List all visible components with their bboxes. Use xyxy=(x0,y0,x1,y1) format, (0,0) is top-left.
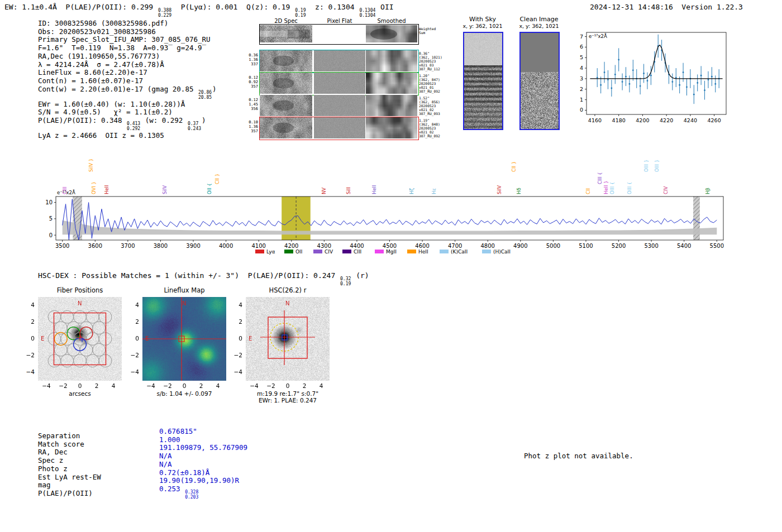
x-tick-label: 5100 xyxy=(579,243,593,249)
line-id-label: Hδ xyxy=(516,188,522,194)
2dspec-strip xyxy=(260,117,312,138)
line-id-label: Hε xyxy=(431,188,437,194)
2dspec-strip xyxy=(260,95,312,116)
line-fit-plot-svg: 41604180420042204240426001234567e⁻¹⁷x2Å xyxy=(570,21,746,136)
y-tick-label: 3 xyxy=(580,75,583,82)
text-segment: 0.253 xyxy=(159,485,184,493)
cutout-right-label: (362, 856) xyxy=(419,100,440,104)
cutout-left-label: 1.45 xyxy=(246,102,258,107)
match-table-values: 0.676815"1.000191.109879, 55.767909N/AN/… xyxy=(159,428,247,500)
text-segment: 0.72(±0.18)Å xyxy=(159,468,209,477)
y-tick-label: 2 xyxy=(580,86,583,92)
x-tick-label: 4200 xyxy=(284,243,298,249)
cutout-right-label: 1.19" xyxy=(419,118,440,122)
line-id-label: CII xyxy=(585,188,591,194)
info-line: Cont(w) = 2.20(±0.01)e-17 (gmag 20.85 20… xyxy=(38,85,217,100)
cutout-row-right-labels: 1.52"(362, 856)20200523v021_02307_RU_093 xyxy=(419,96,440,116)
data-point xyxy=(697,82,698,84)
cutout-row-right-labels: 1.20"(362, 847)20200523v021_01307_RU_092 xyxy=(419,74,440,93)
data-point xyxy=(650,75,652,76)
x-tick-label: 2 xyxy=(90,382,103,389)
text-segment: S/N = 4.9(±0.5) χ² = 1.1(±0.2) xyxy=(38,108,173,116)
line-fit-plot: 41604180420042204240426001234567e⁻¹⁷x2Å xyxy=(570,21,746,138)
text-segment: LyA z = 2.4666 OII z = 0.1305 xyxy=(38,131,164,140)
x-tick-label: −4 xyxy=(145,382,157,389)
elixer-report-page: EW: 1.1±0.4Å P(LAE)/P(OII): 0.299 0.3880… xyxy=(0,0,782,532)
data-point xyxy=(622,81,623,83)
hsc-cutout-caption2: EWr: 1. PLAE: 0.247 xyxy=(230,397,345,404)
text-segment: ID: 3008325986 (3008325986.pdf) xyxy=(38,19,168,27)
withsky-title: With Sky xyxy=(459,16,506,23)
x-tick-label: 4900 xyxy=(513,243,527,249)
cutout-right-label: 1.20" xyxy=(419,74,440,78)
cutout-left-label: 1.36 xyxy=(246,57,258,62)
weighted-pixelflat-empty xyxy=(314,25,365,42)
y-tick-label: 2 xyxy=(22,318,35,325)
withsky-image xyxy=(463,32,503,130)
cutout-right-label: (362, 1021) xyxy=(419,55,442,59)
line-id-label: SiII xyxy=(346,187,351,194)
match-table-labels: SeparationMatch scoreRA, DecSpec zPhoto … xyxy=(38,432,101,498)
x-tick-label: 3900 xyxy=(186,243,200,249)
cutout-row-right-labels: 0.36"(362, 1021)20200523v021_03307_RU_11… xyxy=(419,51,442,71)
cutout-left-label: 1.36 xyxy=(246,124,258,129)
y-tick-label: 5 xyxy=(580,54,583,60)
x-tick-label: 3600 xyxy=(88,243,102,249)
y-tick-label: 4 xyxy=(580,65,583,71)
line-id-label: OII { xyxy=(207,183,212,194)
cutout-right-label: v021_03 xyxy=(419,63,442,67)
cutout-left-label: 357 xyxy=(246,129,258,133)
y-tick-label: 0 xyxy=(580,107,583,113)
withsky-coords: x, y: 362, 1021 xyxy=(456,23,509,29)
data-point xyxy=(704,89,705,91)
cutout-left-label: 0.92 xyxy=(246,80,258,84)
x-tick-label: 4000 xyxy=(219,243,233,249)
line-id-label: OIII { xyxy=(627,182,632,194)
data-point xyxy=(625,76,627,78)
legend-label: Lyα xyxy=(266,249,275,255)
x-tick-label: 0 xyxy=(74,382,86,389)
full-spectrum-svg: 3500360037003800390040004100420043004400… xyxy=(34,150,748,261)
cutout-row-left-labels: 0.121.45356 xyxy=(246,98,258,111)
data-point xyxy=(679,84,680,86)
hsc-match-summary: HSC-DEX : Possible Matches = 1 (within +… xyxy=(38,271,369,287)
info-line: LineFlux = 8.60(±2.20)e-17 xyxy=(38,69,217,77)
x-tick-label: 4220 xyxy=(660,117,673,123)
cutout-right-label: v021_02 xyxy=(419,108,440,112)
cutout-right-label: 20200523 xyxy=(419,126,440,130)
match-label: Est LyA rest-EW xyxy=(38,473,101,482)
text-segment: HSC-DEX : Possible Matches = 1 (within +… xyxy=(38,271,340,280)
y-tick-label: −2 xyxy=(127,352,139,358)
y-tick-label: 2 xyxy=(230,318,242,325)
line-id-label: OIII } xyxy=(654,160,660,172)
data-point xyxy=(607,79,609,80)
full-spectrum-plot: 3500360037003800390040004100420043004400… xyxy=(34,150,748,263)
x-tick-label: −4 xyxy=(248,382,260,389)
data-point xyxy=(629,83,631,85)
cutout-right-label: 307_RU_092 xyxy=(419,89,440,93)
header-timestamp: 2024-12-31 14:48:16 Version 1.22.3 xyxy=(590,3,743,11)
cutout-left-label: 0.12 xyxy=(246,75,258,80)
x-tick-label: −2 xyxy=(57,382,69,389)
data-point xyxy=(714,83,716,85)
x-tick-label: 5200 xyxy=(612,243,626,249)
match-label: P(LAE)/P(OII) xyxy=(38,490,101,498)
text-segment: LineFlux = 8.60(±2.20)e-17 xyxy=(38,68,147,76)
stacked-uncertainty: 0.4130.292 xyxy=(127,122,140,132)
line-id-label: SiIV xyxy=(162,185,168,194)
line-id-label: HeII xyxy=(371,185,377,194)
text-segment: P(Lyα): 0.001 Q(z): 0.19 xyxy=(172,3,294,11)
weighted-sum-label: WeightedSum xyxy=(419,27,436,35)
y-tick-label: 4 xyxy=(22,301,35,308)
y-tick-label: 7 xyxy=(580,33,583,40)
pixelflat-strip xyxy=(314,73,365,94)
cutout-right-label: 1.52" xyxy=(419,96,440,100)
cutout-right-label: v021_02 xyxy=(419,130,440,134)
match-label: Photo z xyxy=(38,465,101,473)
x-tick-label: 4 xyxy=(107,382,120,389)
info-line: RA,Dec (191.109650,55.767773) xyxy=(38,52,217,61)
smoothed-strip xyxy=(366,117,417,138)
x-tick-label: 4400 xyxy=(350,243,364,249)
text-segment: (r) xyxy=(351,271,369,280)
info-line: Primary Spec_Slot_IFU_AMP: 307_085_076_R… xyxy=(38,36,217,44)
